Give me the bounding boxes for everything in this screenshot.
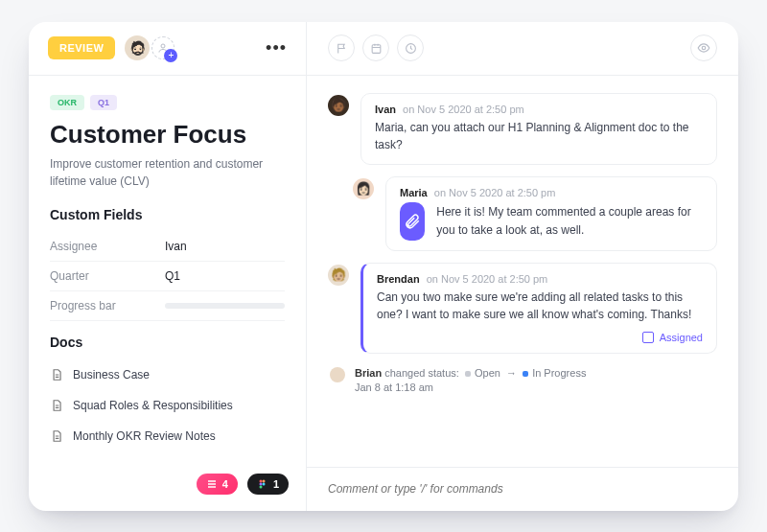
eye-icon xyxy=(697,41,710,55)
custom-field-row[interactable]: Progress bar xyxy=(50,291,285,321)
status-timestamp: Jan 8 at 1:18 am xyxy=(355,382,586,393)
plus-icon: + xyxy=(164,49,177,62)
svg-rect-6 xyxy=(372,44,381,53)
date-button[interactable] xyxy=(362,35,389,61)
tag-row: OKR Q1 xyxy=(50,95,285,110)
comment-text: Here it is! My team commented a couple a… xyxy=(436,203,703,239)
flag-icon xyxy=(336,42,348,55)
doc-title: Monthly OKR Review Notes xyxy=(73,429,216,443)
document-icon xyxy=(50,429,63,443)
tag-q1[interactable]: Q1 xyxy=(90,95,117,110)
subtasks-count: 4 xyxy=(222,478,228,490)
custom-field-label: Quarter xyxy=(50,269,165,283)
custom-field-row[interactable]: Quarter Q1 xyxy=(50,262,285,291)
status-to: In Progress xyxy=(532,367,586,379)
document-icon xyxy=(50,399,63,412)
flag-button[interactable] xyxy=(328,35,355,61)
paperclip-icon xyxy=(404,213,421,230)
doc-item[interactable]: Monthly OKR Review Notes xyxy=(50,421,285,451)
clock-icon xyxy=(405,42,417,55)
comment-avatar[interactable]: 🧑🏼 xyxy=(328,265,349,286)
subtasks-pill[interactable]: 4 xyxy=(197,474,238,495)
list-icon xyxy=(206,478,218,490)
more-menu-button[interactable]: ••• xyxy=(266,38,287,58)
comment-author: Brendan xyxy=(377,273,420,285)
assigned-toggle[interactable]: Assigned xyxy=(377,332,703,343)
figma-icon xyxy=(257,478,268,490)
custom-field-label: Progress bar xyxy=(50,299,165,312)
svg-point-8 xyxy=(702,46,706,50)
review-status-button[interactable]: REVIEW xyxy=(48,36,115,59)
doc-title: Squad Roles & Responsibilities xyxy=(73,399,233,412)
comment-author: Ivan xyxy=(375,104,396,115)
doc-title: Business Case xyxy=(73,368,150,382)
comment-bubble[interactable]: Ivan on Nov 5 2020 at 2:50 pm Maria, can… xyxy=(360,93,717,165)
comment-timestamp: on Nov 5 2020 at 2:50 pm xyxy=(434,187,556,198)
add-assignee-button[interactable]: + xyxy=(151,36,174,59)
assignee-avatar[interactable]: 🧔🏻 xyxy=(125,35,150,60)
docs-heading: Docs xyxy=(50,335,285,350)
status-change-event: Brian changed status: Open → In Progress… xyxy=(328,367,717,393)
task-details: OKR Q1 Customer Focus Improve customer r… xyxy=(29,76,306,465)
doc-item[interactable]: Business Case xyxy=(50,359,285,390)
status-to-dot xyxy=(523,371,528,377)
custom-field-row[interactable]: Assignee Ivan xyxy=(50,232,285,262)
comment-author: Maria xyxy=(400,187,428,198)
calendar-icon xyxy=(370,42,383,55)
left-pane: REVIEW 🧔🏻 + ••• OKR Q1 Customer Focus Im… xyxy=(29,22,307,511)
comment: 🧑🏾 Ivan on Nov 5 2020 at 2:50 pm Maria, … xyxy=(328,93,717,165)
comment-timestamp: on Nov 5 2020 at 2:50 pm xyxy=(427,273,548,285)
comment-text: Can you two make sure we're adding all r… xyxy=(377,289,703,324)
custom-field-label: Assignee xyxy=(50,240,165,253)
status-verb: changed status: xyxy=(384,367,459,379)
custom-fields-heading: Custom Fields xyxy=(50,207,285,222)
status-from: Open xyxy=(475,367,500,379)
custom-field-value: Q1 xyxy=(165,269,180,283)
figma-pill[interactable]: 1 xyxy=(247,474,289,495)
left-footer: 4 1 xyxy=(29,465,306,511)
comment-input[interactable] xyxy=(328,482,717,496)
time-button[interactable] xyxy=(397,35,424,61)
svg-point-1 xyxy=(259,479,262,482)
svg-point-0 xyxy=(161,44,165,48)
status-actor-avatar[interactable] xyxy=(330,367,345,382)
comment: 🧑🏼 Brendan on Nov 5 2020 at 2:50 pm Can … xyxy=(328,263,717,354)
svg-point-3 xyxy=(259,482,262,485)
custom-field-value: Ivan xyxy=(165,240,187,253)
svg-point-2 xyxy=(262,479,265,482)
comment-bubble[interactable]: Brendan on Nov 5 2020 at 2:50 pm Can you… xyxy=(360,263,717,354)
comment-bubble[interactable]: Maria on Nov 5 2020 at 2:50 pm Here it i… xyxy=(385,176,717,251)
assigned-label: Assigned xyxy=(660,332,703,343)
comment-timestamp: on Nov 5 2020 at 2:50 pm xyxy=(403,104,524,115)
attachment-button[interactable] xyxy=(400,202,425,241)
comment-thread: 🧑🏾 Ivan on Nov 5 2020 at 2:50 pm Maria, … xyxy=(307,76,738,467)
right-header xyxy=(307,22,738,76)
progress-bar xyxy=(165,303,285,309)
svg-point-5 xyxy=(259,485,262,488)
figma-count: 1 xyxy=(273,478,279,490)
task-title[interactable]: Customer Focus xyxy=(50,120,285,150)
compose-bar[interactable] xyxy=(307,467,738,511)
status-actor: Brian xyxy=(355,367,382,379)
left-header: REVIEW 🧔🏻 + ••• xyxy=(29,22,306,76)
watch-button[interactable] xyxy=(690,35,717,61)
svg-point-4 xyxy=(262,482,265,485)
comment-avatar[interactable]: 👩🏻 xyxy=(353,178,374,199)
checkbox-icon xyxy=(642,332,654,343)
document-icon xyxy=(50,368,63,382)
task-card: REVIEW 🧔🏻 + ••• OKR Q1 Customer Focus Im… xyxy=(29,22,738,511)
right-pane: 🧑🏾 Ivan on Nov 5 2020 at 2:50 pm Maria, … xyxy=(307,22,738,511)
docs-list: Business Case Squad Roles & Responsibili… xyxy=(50,359,285,451)
status-from-dot xyxy=(465,371,471,377)
task-description[interactable]: Improve customer retention and customer … xyxy=(50,155,285,190)
comment: 👩🏻 Maria on Nov 5 2020 at 2:50 pm Here i… xyxy=(328,176,717,251)
tag-okr[interactable]: OKR xyxy=(50,95,84,110)
doc-item[interactable]: Squad Roles & Responsibilities xyxy=(50,390,285,421)
comment-text: Maria, can you attach our H1 Planning & … xyxy=(375,119,703,154)
comment-avatar[interactable]: 🧑🏾 xyxy=(328,95,349,116)
